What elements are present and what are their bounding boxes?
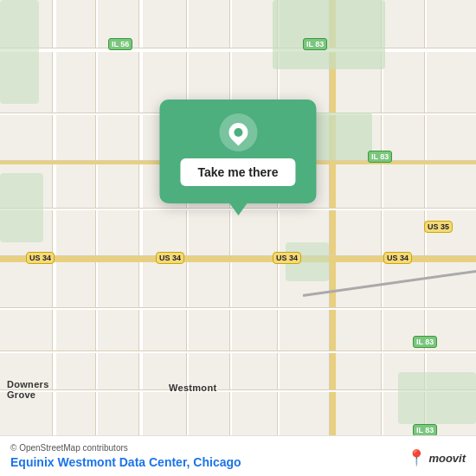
label-il83-mid: IL 83 [368, 151, 392, 163]
road-v-7 [381, 0, 383, 476]
location-title: Equinix Westmont Data Center, Chicago [10, 455, 466, 469]
town-westmont: Westmont [169, 383, 216, 393]
label-us34-3: US 34 [273, 252, 301, 264]
town-downers-grove: DownersGrove [7, 379, 49, 400]
park-6 [398, 372, 476, 424]
take-me-there-button[interactable]: Take me there [180, 158, 295, 186]
location-popup: Take me there [159, 100, 316, 203]
label-us34-2: US 34 [156, 252, 184, 264]
popup-pin-marker [224, 119, 251, 145]
bottom-bar: © OpenStreetMap contributors Equinix Wes… [0, 435, 476, 476]
label-il83-top: IL 83 [303, 38, 327, 50]
label-il83-lower: IL 83 [413, 336, 437, 348]
label-us35: US 35 [424, 221, 453, 233]
road-il83 [329, 0, 336, 476]
park-1 [273, 0, 385, 69]
road-v-1 [52, 0, 56, 476]
road-v-5 [229, 0, 232, 476]
popup-pin-circle [219, 113, 257, 151]
label-il56: IL 56 [108, 38, 132, 50]
map-container: IL 56 IL 83 IL 83 IL 83 IL 83 US 34 US 3… [0, 0, 476, 476]
copyright-text: © OpenStreetMap contributors [10, 443, 466, 453]
road-v-6 [277, 0, 280, 476]
park-4 [0, 173, 43, 242]
road-h-5 [0, 351, 476, 353]
road-v-4 [186, 0, 189, 476]
road-v-2 [95, 0, 98, 476]
park-3 [0, 0, 39, 104]
road-v-3 [138, 0, 143, 476]
label-us34-1: US 34 [26, 252, 55, 264]
road-h-il56 [0, 48, 476, 52]
road-h-4 [0, 307, 476, 310]
moovit-pin-icon: 📍 [407, 448, 426, 467]
moovit-logo: 📍 moovit [407, 448, 466, 467]
label-il83-bottom: IL 83 [413, 424, 437, 436]
moovit-text: moovit [428, 452, 466, 465]
popup-triangle [229, 203, 247, 215]
label-us34-4: US 34 [383, 252, 412, 264]
